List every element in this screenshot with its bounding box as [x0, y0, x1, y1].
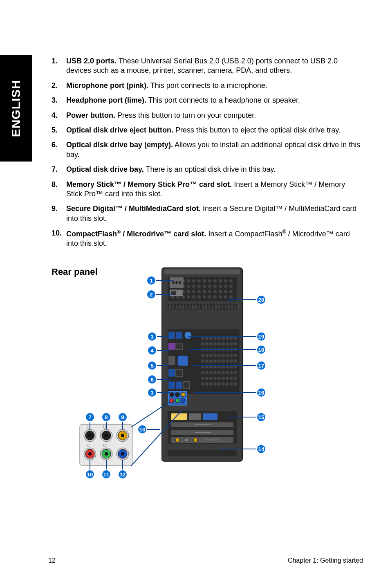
svg-point-118 — [205, 359, 208, 363]
svg-rect-169 — [168, 369, 175, 377]
port-list-body: Memory Stick™ / Memory Stick Pro™ card s… — [66, 180, 362, 199]
svg-point-45 — [203, 295, 206, 298]
svg-text:U: U — [103, 443, 106, 448]
port-list-item: 2.Microphone port (pink). This port conn… — [52, 81, 362, 90]
svg-point-40 — [176, 295, 179, 298]
svg-text:18: 18 — [258, 347, 264, 353]
svg-point-197 — [85, 431, 94, 440]
svg-point-255 — [85, 413, 94, 422]
svg-point-89 — [234, 337, 237, 340]
svg-point-139 — [217, 371, 221, 374]
svg-text:6: 6 — [150, 377, 153, 383]
port-list-body: USB 2.0 ports. These Universal Serial Bu… — [66, 56, 362, 76]
port-list-num: 1. — [52, 56, 66, 76]
svg-point-12 — [219, 279, 222, 283]
svg-point-247 — [148, 346, 157, 355]
svg-point-16 — [176, 285, 179, 288]
svg-point-253 — [148, 388, 157, 397]
svg-text:3: 3 — [150, 334, 153, 340]
svg-rect-71 — [212, 305, 213, 309]
svg-rect-170 — [176, 369, 182, 377]
svg-point-10 — [208, 279, 211, 283]
svg-line-239 — [131, 402, 169, 427]
svg-rect-78 — [235, 305, 236, 309]
svg-point-49 — [224, 295, 227, 298]
port-list-label: Power button. — [66, 111, 115, 119]
svg-point-102 — [213, 348, 217, 351]
svg-point-88 — [230, 337, 233, 340]
svg-text:10: 10 — [87, 471, 93, 478]
language-tab: ENGLISH — [0, 55, 32, 162]
svg-point-131 — [222, 365, 225, 368]
svg-point-192 — [193, 438, 197, 442]
port-list-label: Headphone port (lime). — [66, 96, 146, 104]
svg-point-3 — [171, 279, 174, 283]
svg-point-90 — [201, 342, 204, 346]
svg-point-269 — [257, 295, 266, 304]
svg-rect-173 — [183, 382, 190, 389]
svg-point-132 — [226, 365, 229, 368]
svg-rect-171 — [168, 382, 175, 389]
svg-text:12: 12 — [120, 471, 126, 478]
svg-text:20: 20 — [258, 297, 264, 303]
svg-point-25 — [224, 285, 227, 288]
svg-point-9 — [203, 279, 206, 283]
svg-point-138 — [213, 371, 217, 374]
svg-point-213 — [121, 452, 124, 456]
callout-18: 18 — [257, 345, 266, 354]
svg-text:U: U — [87, 425, 90, 429]
svg-text:4: 4 — [150, 348, 154, 354]
svg-point-91 — [205, 342, 208, 346]
svg-point-159 — [226, 382, 229, 386]
svg-point-277 — [257, 388, 266, 397]
port-list-text: This port connects to a microphone. — [148, 81, 267, 90]
svg-point-273 — [257, 345, 266, 354]
page-footer: 12 Chapter 1: Getting started — [48, 557, 363, 564]
svg-rect-58 — [169, 305, 171, 309]
port-list-text: This port connects to a headphone or spe… — [146, 96, 300, 104]
svg-point-160 — [230, 382, 233, 386]
svg-text:15: 15 — [258, 414, 264, 420]
svg-point-123 — [226, 359, 229, 363]
svg-point-100 — [205, 348, 208, 351]
svg-point-26 — [229, 285, 233, 288]
svg-point-43 — [192, 295, 195, 298]
svg-rect-74 — [222, 305, 223, 309]
svg-point-98 — [234, 342, 237, 346]
svg-rect-194 — [168, 450, 237, 456]
language-tab-text: ENGLISH — [9, 80, 23, 137]
svg-point-147 — [213, 377, 217, 380]
port-list-item: 5.Optical disk drive eject button. Press… — [52, 126, 362, 135]
svg-text:14: 14 — [258, 446, 264, 452]
port-list-item: 6.Optical disk drive bay (empty). Allows… — [52, 140, 362, 159]
port-list-num: 5. — [52, 126, 66, 135]
svg-point-275 — [257, 361, 266, 370]
svg-point-164 — [184, 332, 192, 339]
svg-text:16: 16 — [258, 390, 264, 396]
svg-point-35 — [213, 290, 217, 293]
svg-point-261 — [138, 425, 147, 434]
svg-point-141 — [226, 371, 229, 374]
port-list-item: 1.USB 2.0 ports. These Universal Serial … — [52, 56, 362, 76]
svg-point-251 — [148, 375, 157, 384]
svg-point-48 — [219, 295, 222, 298]
svg-point-136 — [205, 371, 208, 374]
svg-point-176 — [175, 393, 179, 397]
svg-text:5: 5 — [150, 363, 153, 369]
port-list-body: Microphone port (pink). This port connec… — [66, 81, 362, 90]
port-list-label: Memory Stick™ / Memory Stick Pro™ card s… — [66, 180, 232, 189]
svg-point-39 — [171, 295, 174, 298]
svg-point-211 — [117, 448, 129, 460]
svg-rect-62 — [182, 305, 184, 309]
port-list-num: 8. — [52, 180, 66, 199]
svg-point-161 — [234, 382, 237, 386]
svg-point-44 — [197, 295, 201, 298]
svg-point-94 — [217, 342, 221, 346]
svg-point-190 — [175, 438, 179, 442]
svg-rect-2 — [168, 277, 237, 301]
svg-point-151 — [230, 377, 233, 380]
svg-point-145 — [205, 377, 208, 380]
svg-point-24 — [219, 285, 222, 288]
callout-7: 7 — [85, 413, 94, 422]
svg-text:1: 1 — [150, 278, 152, 284]
